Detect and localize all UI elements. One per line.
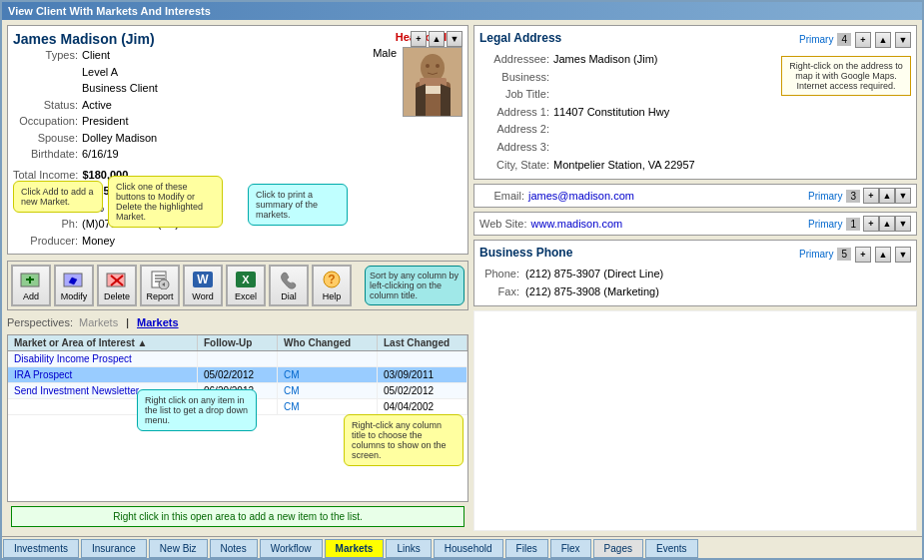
email-primary: Primary — [808, 191, 842, 202]
bottom-hint: Right click in this open area to add a n… — [11, 506, 464, 527]
svg-marker-6 — [441, 84, 451, 116]
phone-plus-btn[interactable]: + — [855, 247, 871, 263]
excel-button[interactable]: X Excel — [226, 265, 266, 306]
tab-household[interactable]: Household — [434, 539, 503, 558]
website-plus-btn[interactable]: + — [863, 216, 879, 232]
dial-button[interactable]: Dial — [269, 265, 309, 306]
add-button[interactable]: Add — [11, 265, 51, 306]
tab-links[interactable]: Links — [386, 539, 431, 558]
left-panel: + ▲ ▼ James Madison (Jim) Types: Client … — [7, 25, 468, 531]
legal-citystate: Montpelier Station, VA 22957 — [553, 157, 695, 175]
client-info-card: + ▲ ▼ James Madison (Jim) Types: Client … — [7, 25, 468, 255]
market-cell[interactable]: IRA Prospect — [8, 367, 198, 382]
jobtitle-label: Job Title: — [479, 86, 549, 104]
website-value: www.madison.com — [531, 218, 808, 230]
col-lastchanged[interactable]: Last Changed — [378, 335, 467, 350]
tab-markets[interactable]: Markets — [137, 316, 179, 328]
tab-pages[interactable]: Pages — [593, 539, 643, 558]
website-primary: Primary — [808, 219, 842, 230]
client-photo — [403, 47, 462, 117]
client-spouse: Dolley Madison — [82, 130, 157, 147]
add-callout: Click Add to add a new Market. — [13, 181, 103, 213]
legal-address-section: Legal Address Primary 4 + ▲ ▼ Addressee:… — [473, 25, 917, 180]
phone-label: Ph: — [13, 216, 78, 233]
svg-text:X: X — [242, 274, 250, 285]
legal-address1: 11407 Constitution Hwy — [553, 104, 669, 122]
business-label: Business: — [479, 69, 549, 87]
delete-label: Delete — [104, 291, 130, 301]
dial-icon — [277, 270, 301, 289]
tab-insurance[interactable]: Insurance — [81, 539, 147, 558]
email-up-btn[interactable]: ▲ — [879, 188, 895, 204]
followup-cell — [198, 351, 278, 366]
tab-investments[interactable]: Investments — [3, 539, 79, 558]
right-panel: Legal Address Primary 4 + ▲ ▼ Addressee:… — [473, 25, 917, 531]
report-icon — [148, 270, 172, 289]
table-row: Disability Income Prospect — [8, 351, 467, 367]
up-button[interactable]: ▲ — [429, 31, 445, 47]
rightclick-col-callout: Right-click any column title to choose t… — [344, 414, 463, 466]
rightclick-list-callout: Right click on any item in the list to g… — [137, 389, 257, 431]
delete-button[interactable]: Delete — [97, 265, 137, 306]
business-phone-section: Business Phone Primary 5 + ▲ ▼ Phone: (2… — [473, 240, 917, 306]
phone-up-btn[interactable]: ▲ — [875, 247, 891, 263]
help-label: Help — [323, 291, 342, 301]
svg-marker-5 — [416, 84, 426, 116]
tab-files[interactable]: Files — [505, 539, 548, 558]
website-row: Web Site: www.madison.com Primary 1 + ▲ … — [473, 212, 917, 236]
report-button[interactable]: Report — [140, 265, 180, 306]
client-name: James Madison (Jim) — [13, 31, 365, 47]
website-down-btn[interactable]: ▼ — [895, 216, 911, 232]
website-label: Web Site: — [479, 218, 527, 230]
report-label: Report — [146, 291, 173, 301]
who-cell: CM — [278, 399, 378, 414]
tab-events[interactable]: Events — [645, 539, 698, 558]
client-birthdate: 6/16/19 — [82, 146, 119, 163]
legal-plus-btn[interactable]: + — [855, 32, 871, 48]
tab-newbiz[interactable]: New Biz — [149, 539, 208, 558]
email-value: james@madison.com — [528, 190, 808, 202]
svg-point-8 — [436, 64, 440, 68]
changed-cell: 05/02/2012 — [378, 383, 467, 398]
phone-down-btn[interactable]: ▼ — [895, 247, 911, 263]
tab-flex[interactable]: Flex — [550, 539, 591, 558]
citystate-label: City, State: — [479, 157, 549, 175]
perspectives-label: Perspectives: — [7, 316, 73, 328]
types-label: Types: — [13, 47, 78, 64]
word-label: Word — [192, 291, 213, 301]
tab-notes[interactable]: Notes — [210, 539, 258, 558]
col-followup[interactable]: Follow-Up — [198, 335, 278, 350]
window-title: View Client With Markets And Interests — [8, 5, 211, 17]
legal-up-btn[interactable]: ▲ — [875, 32, 891, 48]
table-header: Market or Area of Interest ▲ Follow-Up W… — [8, 335, 467, 351]
right-empty-area — [473, 310, 917, 531]
down-button[interactable]: ▼ — [447, 31, 462, 47]
spouse-label: Spouse: — [13, 130, 78, 147]
svg-point-1 — [421, 54, 445, 82]
modify-button[interactable]: Modify — [54, 265, 94, 306]
print-callout: Click to print a summary of the markets. — [248, 184, 348, 226]
phone-primary-label: Primary — [799, 249, 833, 260]
col-whochanged[interactable]: Who Changed — [278, 335, 378, 350]
tab-markets-bottom[interactable]: Markets — [325, 539, 385, 558]
changed-cell — [378, 351, 467, 366]
email-plus-btn[interactable]: + — [863, 188, 879, 204]
plus-button[interactable]: + — [411, 31, 427, 47]
website-count: 1 — [846, 218, 860, 231]
word-button[interactable]: W Word — [183, 265, 223, 306]
market-cell[interactable]: Disability Income Prospect — [8, 351, 198, 366]
col-market[interactable]: Market or Area of Interest ▲ — [8, 335, 198, 350]
email-down-btn[interactable]: ▼ — [895, 188, 911, 204]
followup-cell: 05/02/2012 — [198, 367, 278, 382]
main-window: View Client With Markets And Interests +… — [0, 0, 924, 560]
bottom-tabs: Investments Insurance New Biz Notes Work… — [2, 536, 922, 558]
tab-perspectives[interactable]: Markets — [79, 316, 118, 328]
svg-rect-4 — [424, 86, 443, 94]
changed-cell: 03/09/2011 — [378, 367, 467, 382]
legal-down-btn[interactable]: ▼ — [895, 32, 911, 48]
client-occupation: President — [82, 113, 128, 130]
phone-count: 5 — [837, 248, 851, 261]
tab-workflow[interactable]: Workflow — [260, 539, 323, 558]
help-button[interactable]: ? Help — [312, 265, 352, 306]
website-up-btn[interactable]: ▲ — [879, 216, 895, 232]
